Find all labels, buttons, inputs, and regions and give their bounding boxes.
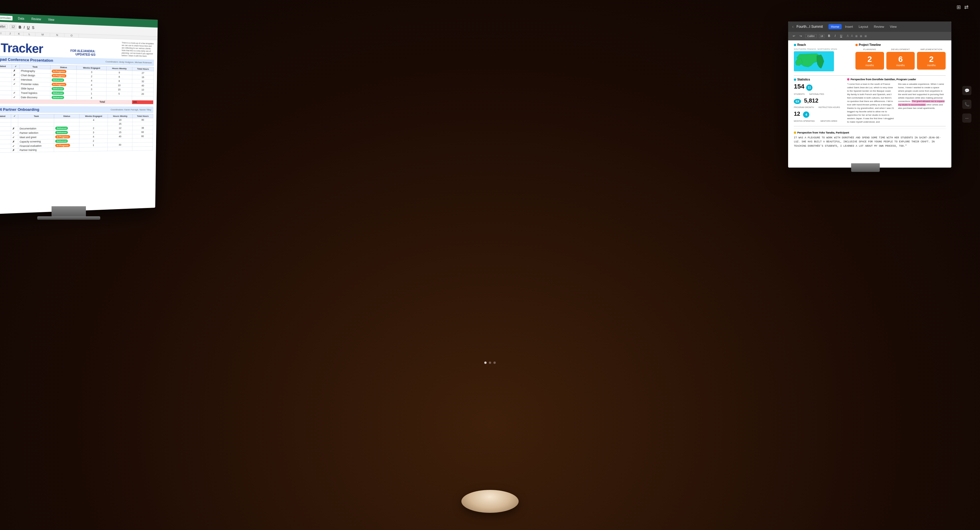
cell-total (132, 138, 153, 142)
tab-home[interactable]: Home (829, 24, 842, 29)
tab-layout[interactable]: Layout (856, 24, 870, 29)
stats-title-row: Statistics (794, 78, 843, 81)
pagination-dot-3[interactable] (493, 361, 496, 364)
cell-task: Chart design (19, 73, 50, 78)
bold-toolbar[interactable]: B (827, 34, 831, 38)
perspective-col1: "I come from a town in the south of Fran… (847, 83, 895, 124)
italic-btn[interactable]: I (24, 25, 25, 30)
reach-section: Reach SOUTHERN FRANCE, NORTHERN SPAIN (794, 43, 853, 73)
strikethrough-btn[interactable]: S (32, 25, 34, 30)
underline-btn[interactable]: U (27, 25, 30, 30)
cell-date (0, 126, 11, 131)
cell-total: 32 (132, 79, 153, 84)
stat-instruction-hours: 5,812 (804, 97, 818, 104)
total-hours (106, 100, 132, 104)
cell-task: Presenter notes (19, 82, 50, 86)
cell-check: ✓ (11, 135, 18, 140)
cell-check: ✗ (12, 73, 19, 77)
cell-total: 60 (132, 130, 153, 134)
cell-total (132, 96, 153, 100)
cell-weeks (79, 147, 108, 151)
cell-status: In Progress (50, 82, 76, 87)
cell-weeks: 4 (76, 95, 106, 100)
pages-toolbar: ↩ ↪ Calibri 18 B I U A A ≡ ≡ ≡ (788, 32, 951, 40)
toolbar-redo[interactable]: ↪ (799, 34, 803, 38)
perspective-dot (847, 78, 850, 81)
cell-check: ✓ (11, 131, 18, 135)
grid-icon[interactable]: ⊞ (956, 4, 961, 10)
swap-icon[interactable]: ⇄ (964, 4, 969, 10)
underline-toolbar[interactable]: U (839, 34, 843, 38)
cell-hours: 5 (106, 91, 132, 96)
align-left[interactable]: ≡ (855, 34, 858, 38)
cell-date: May 12 (0, 135, 11, 140)
cell-check: ✓ (12, 82, 19, 86)
font-size-a[interactable]: A (851, 34, 853, 38)
col-o: O (64, 33, 79, 38)
align-center[interactable]: ≡ (860, 34, 862, 38)
font-size-toolbar[interactable]: 18 (819, 34, 825, 38)
align-right[interactable]: ≡ (864, 34, 867, 38)
col-n: N (50, 33, 65, 37)
cell-hours: 30 (108, 142, 132, 147)
pagination-dots (484, 361, 496, 364)
total-value: 205 (132, 100, 153, 104)
cell-total: 10 (132, 88, 153, 92)
cell-task: Travel logistics (19, 91, 50, 95)
cell-task: Photography (19, 68, 50, 73)
phase-impl-box: 2 Months (917, 52, 946, 70)
tab-review[interactable]: Review (872, 24, 886, 29)
cell-status (54, 118, 80, 122)
yoko-section: Perspective from Yoko Tanaka, Participan… (794, 129, 946, 148)
ribbon-tab-formulas[interactable]: Formulas (0, 15, 13, 20)
font-size[interactable]: 12 (10, 25, 16, 29)
stat-students: 154 11 (794, 83, 813, 91)
more-icon[interactable]: ··· (962, 113, 971, 123)
spreadsheet-content: ce Tracker FOR ALEJANDRA: UPDATED 6/3 Th… (0, 35, 158, 155)
cell-check: ✓ (12, 91, 19, 95)
yoko-dot (794, 132, 796, 134)
ribbon-tab-view[interactable]: View (46, 17, 56, 22)
col2-header-total: Total Hours (132, 114, 153, 118)
font-selector[interactable]: Calibri (0, 24, 8, 29)
back-arrow-icon[interactable]: ‹ (792, 24, 794, 29)
cell-weeks: 4 (79, 134, 108, 139)
font-name[interactable]: Calibri (805, 34, 817, 38)
bold-btn[interactable]: B (19, 25, 21, 29)
col-j: J (6, 32, 14, 35)
col-header-date: Date Updated (0, 64, 12, 68)
font-color-a[interactable]: A (847, 34, 849, 38)
stat-labels-row1: STUDENTS NATIONALITIES (794, 93, 843, 95)
ribbon-tab-review[interactable]: Review (30, 17, 43, 21)
pagination-dot-2[interactable] (489, 361, 491, 364)
phase-dev-box: 6 Months (886, 52, 915, 70)
reach-label: Reach (797, 43, 806, 46)
tab-view[interactable]: View (888, 24, 899, 29)
italic-toolbar[interactable]: I (834, 34, 837, 38)
stat-nationalities-label: NATIONALITIES (809, 93, 824, 95)
col-i: I (0, 31, 6, 35)
tab-insert[interactable]: Insert (843, 24, 856, 29)
cell-date: May 31 (0, 90, 12, 95)
cell-status (54, 147, 79, 151)
phone-icon[interactable]: 📞 (962, 100, 971, 109)
perspective-title-row: Perspective from Dorothée Saintilan, Pro… (847, 78, 946, 81)
chat-icon[interactable]: 💬 (962, 86, 971, 95)
cell-hours: 8 (106, 75, 132, 79)
col-header-total: Total Hours (132, 67, 154, 71)
stat-students-label: STUDENTS (794, 93, 805, 95)
toolbar-undo[interactable]: ↩ (792, 34, 796, 38)
phase-dev-label: DEVELOPMENT (886, 48, 915, 51)
cell-weeks: 4 (76, 78, 106, 83)
pagination-dot-1[interactable] (484, 361, 487, 364)
timeline-title-row: Project Timeline (856, 43, 946, 46)
perspective-col2: this was a valuable experience. When I c… (898, 83, 946, 124)
cell-check: ✗ (12, 68, 19, 73)
document-stand (851, 163, 880, 172)
cell-status: Delivered (50, 78, 77, 83)
cell-total: 16 (132, 75, 153, 80)
cell-hours: 9 (107, 70, 132, 75)
ribbon-tab-data[interactable]: Data (16, 16, 26, 21)
phase-impl-unit: Months (927, 64, 935, 67)
highlight-text: The grant allowed me to expand my studio… (898, 100, 945, 106)
